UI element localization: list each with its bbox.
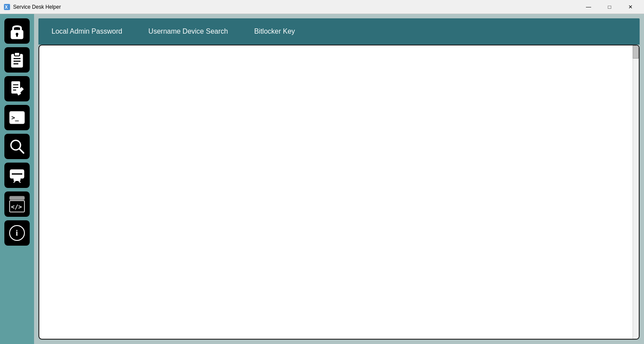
sidebar-item-edit-document[interactable] [4,76,30,101]
sidebar-item-search[interactable] [4,134,30,159]
svg-line-23 [19,181,21,183]
tab-username-device[interactable]: Username Device Search [135,18,241,45]
svg-text:X: X [5,5,8,10]
title-bar-left: X Service Desk Helper [3,3,61,10]
sidebar-item-code[interactable]: </> [4,191,30,217]
content-area: Local Admin Password Username Device Sea… [34,14,644,344]
sidebar: >_ </> [0,14,34,344]
svg-text:i: i [16,229,18,237]
app-title: Service Desk Helper [13,4,61,10]
title-bar: X Service Desk Helper — □ ✕ [0,0,644,14]
tab-bar: Local Admin Password Username Device Sea… [38,18,640,45]
main-content-panel [38,45,640,340]
svg-rect-24 [10,196,24,200]
scrollbar-track[interactable] [633,45,639,339]
svg-rect-21 [14,177,21,181]
svg-rect-4 [16,34,18,37]
close-button[interactable]: ✕ [620,1,641,13]
title-bar-controls: — □ ✕ [579,1,641,13]
maximize-button[interactable]: □ [599,1,620,13]
sidebar-item-tools[interactable] [4,163,30,188]
tab-local-admin[interactable]: Local Admin Password [38,18,135,45]
app-icon: X [3,3,10,10]
svg-line-22 [14,181,15,183]
svg-text:>_: >_ [11,114,19,122]
sidebar-item-clipboard[interactable] [4,47,30,73]
scrollbar-thumb[interactable] [633,45,639,59]
sidebar-item-lock[interactable] [4,18,30,44]
svg-rect-6 [14,52,20,56]
sidebar-item-info[interactable]: i [4,220,30,246]
sidebar-item-terminal[interactable]: >_ [4,105,30,130]
svg-text:</>: </> [11,203,22,210]
app-body: >_ </> [0,14,644,344]
minimize-button[interactable]: — [579,1,599,13]
tab-bitlocker[interactable]: Bitlocker Key [241,18,308,45]
svg-line-18 [19,149,24,153]
